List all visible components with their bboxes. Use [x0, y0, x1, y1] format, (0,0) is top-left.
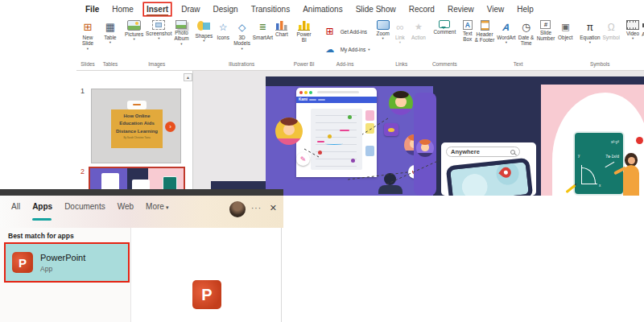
- ribbon-tab-animations[interactable]: Animations: [300, 3, 345, 15]
- ribbon-group-text: ATextBoxHeader& FooterAWordArt▾◷Date &Ti…: [460, 18, 576, 70]
- action-icon: ★: [411, 20, 427, 34]
- more-options-icon[interactable]: ···: [251, 204, 262, 213]
- search-window-top-strip: [0, 189, 283, 196]
- search-tab-web[interactable]: Web: [118, 202, 134, 216]
- ribbon-button-table[interactable]: ▦Table▾: [101, 20, 119, 45]
- ribbon-group-buttons: ATextBoxHeader& FooterAWordArt▾◷Date &Ti…: [462, 18, 575, 61]
- ribbon-button-header-footer[interactable]: Header& Footer: [474, 20, 496, 43]
- ribbon-group-buttons: Shapes▾☆Icons◇3DModels▾≣SmartArtChart: [195, 18, 289, 61]
- sticky-note-yellow: [365, 123, 374, 134]
- ribbon-button-label: Link: [395, 35, 405, 40]
- anywhere-label: Anywhere: [451, 148, 480, 155]
- ribbon-button-video[interactable]: Video▾: [625, 20, 640, 41]
- ribbon-button-text-box[interactable]: ATextBox: [462, 20, 473, 43]
- search-tab-documents[interactable]: Documents: [64, 202, 105, 216]
- ribbon-button-power-bi[interactable]: PowerBI: [296, 20, 312, 43]
- ribbon-group-label: Links: [376, 61, 427, 70]
- best-match-result-powerpoint[interactable]: P PowerPoint App: [4, 242, 130, 283]
- magnifier-icon: [510, 150, 515, 155]
- sticky-note-blue: [365, 146, 374, 156]
- thumbnail-scroll-up-button[interactable]: ▲: [184, 73, 192, 81]
- ribbon-button-object[interactable]: ▣Object: [556, 20, 574, 40]
- ribbon-group-links: Zoom▾∞Link▾★ActionLinks: [374, 18, 429, 70]
- ribbon-button-label: Date &Time: [518, 35, 535, 47]
- ribbon-tab-label: Animations: [303, 5, 342, 14]
- current-slide[interactable]: Kami: [266, 76, 644, 196]
- slide-thumbnail-panel: 1 How Online Education Aids Distance Lea…: [76, 71, 193, 196]
- ribbon-button-comment[interactable]: Comment: [432, 20, 456, 35]
- close-icon[interactable]: ✕: [270, 203, 277, 213]
- ribbon-button-icons[interactable]: ☆Icons: [214, 20, 232, 40]
- highlight-mark: [340, 130, 349, 131]
- ribbon-tab-record[interactable]: Record: [407, 3, 437, 15]
- ribbon-group-add-ins: ⊞Get Add-ins☁My Add-ins▾Add-ins: [318, 18, 373, 70]
- ribbon-tab-draw[interactable]: Draw: [179, 3, 202, 15]
- ribbon-button-label: TextBox: [463, 31, 473, 43]
- search-tab-all[interactable]: All: [11, 202, 20, 216]
- blue-scribble: [325, 142, 343, 145]
- ribbon-tab-bar: FileHomeInsertDrawDesignTransitionsAnima…: [76, 0, 644, 18]
- slide-1-thumbnail[interactable]: How Online Education Aids Distance Learn…: [91, 89, 181, 163]
- photo-album-icon: [175, 20, 187, 29]
- ribbon-tab-label: Help: [517, 5, 534, 14]
- ribbon-button-label: Shapes: [196, 33, 213, 39]
- pictures-icon: [127, 20, 141, 31]
- ribbon-button-chart[interactable]: Chart: [275, 20, 289, 37]
- ribbon-button-label: SlideNumber: [537, 30, 555, 42]
- chevron-down-icon: ▾: [166, 204, 169, 210]
- search-tab-apps[interactable]: Apps: [32, 202, 52, 216]
- ribbon-tab-review[interactable]: Review: [445, 3, 477, 15]
- student-card: [414, 93, 436, 196]
- ribbon-button-screenshot[interactable]: Screenshot▾: [145, 20, 172, 41]
- 3d-models-icon: ◇: [234, 20, 250, 34]
- ribbon-button-new-slide[interactable]: ⊞NewSlide▾: [79, 20, 97, 51]
- ribbon-button-my-add-ins[interactable]: ☁My Add-ins▾: [321, 43, 371, 57]
- ribbon-button-wordart[interactable]: AWordArt▾: [496, 20, 516, 45]
- ribbon-tab-home[interactable]: Home: [109, 3, 136, 15]
- student-avatar-girl: [275, 118, 303, 145]
- next-arrow-icon: ›: [165, 122, 175, 132]
- browser-toolbar: Kami: [296, 97, 377, 103]
- ribbon-button-get-add-ins[interactable]: ⊞Get Add-ins: [321, 25, 368, 39]
- ribbon-tab-help[interactable]: Help: [514, 3, 536, 15]
- ribbon-tab-label: View: [487, 5, 505, 14]
- ribbon-tab-transitions[interactable]: Transitions: [249, 3, 293, 15]
- ribbon-button-link: ∞Link▾: [391, 20, 409, 45]
- dropdown-caret-icon: ▾: [382, 36, 384, 40]
- ribbon-button-zoom[interactable]: Zoom▾: [376, 20, 390, 41]
- ribbon-button-equation[interactable]: πEquation▾: [579, 20, 601, 45]
- ribbon-tab-file[interactable]: File: [83, 3, 101, 15]
- ribbon-group-buttons: πEquation▾ΩSymbol: [579, 18, 621, 61]
- link-icon: ∞: [392, 20, 408, 34]
- search-tab-label: More: [146, 202, 164, 211]
- ribbon-tab-design[interactable]: Design: [211, 3, 241, 15]
- ribbon-tab-insert[interactable]: Insert: [144, 3, 171, 15]
- annotated-document: [311, 109, 362, 170]
- ribbon-button-label: Chart: [275, 31, 288, 37]
- annotation-dot-green: [348, 115, 352, 119]
- ribbon-button-label: Equation: [580, 35, 600, 40]
- search-results-pane: Best match for apps P PowerPoint App Sto…: [0, 228, 130, 322]
- ribbon-button-shapes[interactable]: Shapes▾: [195, 20, 214, 43]
- ribbon-button-date-time[interactable]: ◷Date &Time: [518, 20, 535, 47]
- ribbon-button-pictures[interactable]: Pictures▾: [124, 20, 144, 42]
- equation-icon: π: [582, 20, 598, 34]
- ribbon-tab-slide-show[interactable]: Slide Show: [353, 3, 398, 15]
- search-filter-tabs: AllAppsDocumentsWebMore▾: [11, 202, 168, 216]
- anywhere-search-box: Anywhere: [446, 147, 520, 157]
- ribbon-button-slide-number[interactable]: #SlideNumber: [536, 20, 556, 42]
- my-addins-icon: ☁: [322, 43, 338, 56]
- ribbon-button-3d-models[interactable]: ◇3DModels▾: [233, 20, 251, 51]
- ribbon-tab-view[interactable]: View: [485, 3, 507, 15]
- slide-title-card: How Online Education Aids Distance Learn…: [111, 109, 163, 148]
- ribbon-button-label: Get Add-ins: [341, 29, 367, 35]
- new-slide-icon: ⊞: [80, 20, 96, 34]
- ribbon-button-photo-album[interactable]: PhotoAlbum▾: [173, 20, 189, 46]
- anywhere-search-card: Anywhere: [441, 142, 536, 196]
- search-tab-more[interactable]: More▾: [146, 202, 168, 216]
- user-avatar[interactable]: [229, 201, 246, 217]
- ribbon-button-audio[interactable]: Audio▾: [641, 20, 644, 42]
- icons-icon: ☆: [215, 20, 231, 34]
- ribbon-button-smartart[interactable]: ≣SmartArt: [252, 20, 274, 40]
- ribbon-tab-label: Record: [409, 5, 435, 14]
